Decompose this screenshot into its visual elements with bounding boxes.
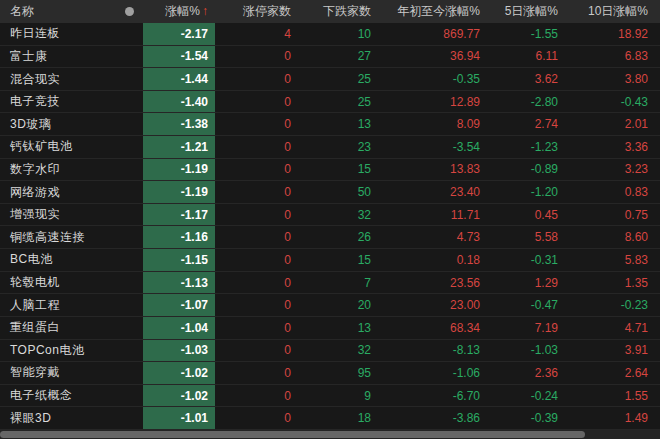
cell-decliner-count: 95 [295, 362, 375, 384]
cell-decliner-count: 26 [295, 226, 375, 248]
cell-ytd-change: 23.56 [375, 272, 484, 294]
cell-ytd-change: 23.00 [375, 294, 484, 316]
table-row[interactable]: 电子竞技-1.4002512.89-2.80-0.43 [0, 91, 660, 114]
cell-ytd-change: 12.89 [375, 91, 484, 113]
table-row[interactable]: 数字水印-1.1901513.83-0.893.23 [0, 159, 660, 182]
table-row[interactable]: 铜缆高速连接-1.160264.735.588.60 [0, 226, 660, 249]
cell-limit-up-count: 0 [215, 181, 295, 203]
cell-decliner-count: 18 [295, 407, 375, 429]
column-header-5day-change[interactable]: 5日涨幅% [484, 3, 562, 20]
table-row[interactable]: 智能穿戴-1.02095-1.062.362.64 [0, 362, 660, 385]
cell-decliner-count: 13 [295, 317, 375, 339]
cell-5day-change: -0.39 [484, 407, 562, 429]
table-row[interactable]: 3D玻璃-1.380138.092.742.01 [0, 113, 660, 136]
horizontal-scrollbar-thumb[interactable] [0, 431, 585, 438]
cell-10day-change: 4.71 [562, 317, 660, 339]
table-header: 名称 涨幅%↑ 涨停家数 下跌家数 年初至今涨幅% 5日涨幅% 10日涨幅% [0, 0, 660, 23]
column-header-limit-up-count[interactable]: 涨停家数 [215, 3, 295, 20]
cell-5day-change: -0.47 [484, 294, 562, 316]
cell-sector-name: 智能穿戴 [0, 362, 143, 384]
cell-change-pct: -1.44 [143, 68, 215, 90]
cell-decliner-count: 15 [295, 249, 375, 271]
cell-5day-change: 3.62 [484, 68, 562, 90]
table-row[interactable]: 增强现实-1.1703211.710.450.75 [0, 204, 660, 227]
table-row[interactable]: 电子纸概念-1.0209-6.70-0.241.55 [0, 385, 660, 408]
cell-ytd-change: 23.40 [375, 181, 484, 203]
cell-decliner-count: 50 [295, 181, 375, 203]
cell-10day-change: 0.83 [562, 181, 660, 203]
10day-header-label: 10日涨幅% [588, 4, 648, 18]
cell-change-pct: -1.54 [143, 46, 215, 68]
sort-ascending-icon: ↑ [202, 4, 208, 18]
cell-change-pct: -1.21 [143, 136, 215, 158]
table-row[interactable]: 钙钛矿电池-1.21023-3.54-1.233.36 [0, 136, 660, 159]
table-row[interactable]: TOPCon电池-1.03032-8.13-1.033.91 [0, 340, 660, 363]
table-row[interactable]: 网络游戏-1.1905023.40-1.200.83 [0, 181, 660, 204]
cell-limit-up-count: 0 [215, 136, 295, 158]
cell-10day-change: 5.83 [562, 249, 660, 271]
cell-decliner-count: 10 [295, 23, 375, 45]
cell-10day-change: 1.55 [562, 385, 660, 407]
sector-ranking-panel: 名称 涨幅%↑ 涨停家数 下跌家数 年初至今涨幅% 5日涨幅% 10日涨幅% 昨… [0, 0, 660, 439]
cell-10day-change: 6.83 [562, 46, 660, 68]
cell-change-pct: -1.19 [143, 159, 215, 181]
dot-indicator-icon[interactable] [125, 7, 134, 16]
cell-decliner-count: 32 [295, 204, 375, 226]
cell-5day-change: -2.80 [484, 91, 562, 113]
cell-change-pct: -1.40 [143, 91, 215, 113]
column-header-change[interactable]: 涨幅%↑ [143, 3, 215, 20]
cell-limit-up-count: 0 [215, 204, 295, 226]
table-row[interactable]: 昨日连板-2.17410869.77-1.5518.92 [0, 23, 660, 46]
cell-10day-change: 3.23 [562, 159, 660, 181]
cell-decliner-count: 27 [295, 46, 375, 68]
table-row[interactable]: 裸眼3D-1.01018-3.86-0.391.49 [0, 407, 660, 430]
cell-decliner-count: 20 [295, 294, 375, 316]
cell-limit-up-count: 0 [215, 91, 295, 113]
cell-limit-up-count: 0 [215, 362, 295, 384]
cell-decliner-count: 23 [295, 136, 375, 158]
cell-decliner-count: 9 [295, 385, 375, 407]
cell-decliner-count: 13 [295, 113, 375, 135]
column-header-10day-change[interactable]: 10日涨幅% [562, 3, 660, 20]
table-row[interactable]: 混合现实-1.44025-0.353.623.80 [0, 68, 660, 91]
cell-10day-change: 0.75 [562, 204, 660, 226]
cell-ytd-change: 11.71 [375, 204, 484, 226]
cell-sector-name: 人脑工程 [0, 294, 143, 316]
change-header-label: 涨幅% [165, 4, 200, 18]
column-header-ytd-change[interactable]: 年初至今涨幅% [375, 3, 484, 20]
table-body: 昨日连板-2.17410869.77-1.5518.92富士康-1.540273… [0, 23, 660, 430]
cell-limit-up-count: 4 [215, 23, 295, 45]
cell-decliner-count: 15 [295, 159, 375, 181]
cell-5day-change: 7.19 [484, 317, 562, 339]
cell-10day-change: -0.43 [562, 91, 660, 113]
cell-sector-name: 裸眼3D [0, 407, 143, 429]
column-header-decliner-count[interactable]: 下跌家数 [295, 3, 375, 20]
cell-decliner-count: 7 [295, 272, 375, 294]
table-row[interactable]: 轮毂电机-1.130723.561.291.35 [0, 272, 660, 295]
cell-ytd-change: 68.34 [375, 317, 484, 339]
cell-change-pct: -1.17 [143, 204, 215, 226]
cell-10day-change: 8.60 [562, 226, 660, 248]
cell-10day-change: -0.23 [562, 294, 660, 316]
cell-sector-name: 增强现实 [0, 204, 143, 226]
cell-ytd-change: -8.13 [375, 340, 484, 362]
cell-5day-change: 2.36 [484, 362, 562, 384]
cell-5day-change: -1.20 [484, 181, 562, 203]
cell-change-pct: -1.19 [143, 181, 215, 203]
column-header-name[interactable]: 名称 [0, 0, 143, 23]
cell-10day-change: 3.91 [562, 340, 660, 362]
table-row[interactable]: 人脑工程-1.0702023.00-0.47-0.23 [0, 294, 660, 317]
horizontal-scrollbar-track[interactable] [0, 430, 660, 439]
cell-change-pct: -1.16 [143, 226, 215, 248]
table-row[interactable]: BC电池-1.150150.18-0.315.83 [0, 249, 660, 272]
cell-limit-up-count: 0 [215, 294, 295, 316]
cell-change-pct: -1.02 [143, 385, 215, 407]
cell-ytd-change: 869.77 [375, 23, 484, 45]
cell-ytd-change: 36.94 [375, 46, 484, 68]
cell-5day-change: 5.58 [484, 226, 562, 248]
table-row[interactable]: 重组蛋白-1.0401368.347.194.71 [0, 317, 660, 340]
cell-ytd-change: -0.35 [375, 68, 484, 90]
table-row[interactable]: 富士康-1.5402736.946.116.83 [0, 46, 660, 69]
cell-5day-change: -1.03 [484, 340, 562, 362]
cell-decliner-count: 25 [295, 91, 375, 113]
